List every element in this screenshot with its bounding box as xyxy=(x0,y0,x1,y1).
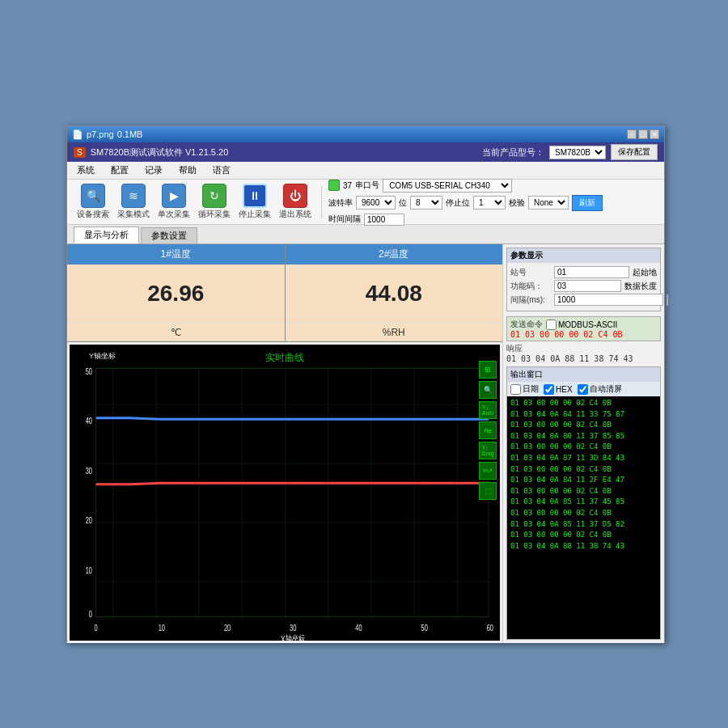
modbus-ascii-text: MODBUS-ASCII xyxy=(558,320,617,329)
bit-label: 位 xyxy=(399,197,407,209)
menu-system[interactable]: 系统 xyxy=(74,163,98,178)
output-section: 输出窗口 日期 HEX 自动清屏 xyxy=(506,366,661,640)
output-line: 01 03 00 00 00 02 C4 0B xyxy=(510,508,657,518)
product-select[interactable]: SM7820B xyxy=(549,146,606,159)
tool-group-main: 🔍 设备搜索 ≋ 采集模式 ▶ 单次采集 ↻ 循环采集 ⏸ 停止采集 xyxy=(74,182,315,222)
app-title-bar: S SM7820B测试调试软件 V1.21.5.20 当前产品型号： SM782… xyxy=(67,142,664,162)
serial-row1: 37 串口号 COM5 USB-SERIAL CH340 xyxy=(328,179,603,193)
app-product-info: 当前产品型号： SM7820B 保存配置 xyxy=(482,144,658,160)
date-checkbox-label: 日期 xyxy=(510,383,539,395)
send-cmd-header: 发送命令 MODBUS-ASCII xyxy=(510,319,657,330)
exit-label: 退出系统 xyxy=(279,209,311,220)
auto-clear-label: 自动清屏 xyxy=(590,383,622,395)
output-line: 01 03 00 00 00 02 C4 0B xyxy=(510,398,657,408)
data-header-2: 2#温度 xyxy=(286,244,503,265)
exit-tool-button[interactable]: ⏻ 退出系统 xyxy=(276,182,315,222)
chart-grid-button[interactable]: ⊞ xyxy=(479,361,497,379)
tabs-bar: 显示与分析 参数设置 xyxy=(67,225,664,244)
response-section: 响应 01 03 04 0A 88 11 38 74 43 xyxy=(506,343,661,363)
svg-text:50: 50 xyxy=(421,623,429,633)
output-line: 01 03 00 00 00 02 C4 0B xyxy=(510,442,657,452)
title-bar-left: 📄 p7.png 0.1MB xyxy=(72,129,142,140)
serial-config: 37 串口号 COM5 USB-SERIAL CH340 波特率 9600 位 … xyxy=(328,179,603,226)
output-line: 01 03 00 00 00 02 C4 0B xyxy=(510,420,657,430)
connection-status-dot xyxy=(328,180,340,191)
serial-row2: 波特率 9600 位 8 停止位 1 校验 None xyxy=(328,195,603,211)
svg-text:30: 30 xyxy=(86,465,93,476)
svg-text:10: 10 xyxy=(159,623,166,633)
chart-y-auto-button[interactable]: Y↕Auto xyxy=(479,401,497,419)
minimize-button[interactable]: ─ xyxy=(627,129,637,139)
pause-icon: ⏸ xyxy=(243,184,267,208)
product-label: 当前产品型号： xyxy=(482,146,544,159)
chart-in-button[interactable]: In↗ xyxy=(479,462,497,480)
refresh-button[interactable]: 刷新 xyxy=(572,195,603,211)
mode-icon: ≋ xyxy=(121,184,146,208)
time-input[interactable] xyxy=(364,214,404,226)
chart-reset-button[interactable]: Re xyxy=(479,421,497,439)
data-value-2: 44.08 xyxy=(286,265,503,323)
svg-text:0: 0 xyxy=(89,608,93,619)
chart-extra-button[interactable]: ⬚ xyxy=(479,482,497,500)
menu-bar: 系统 配置 记录 帮助 语言 xyxy=(67,162,664,180)
loop-icon: ↻ xyxy=(202,184,226,208)
hex-checkbox[interactable] xyxy=(544,384,554,395)
menu-record[interactable]: 记录 xyxy=(142,163,166,178)
param-section: 参数显示 站号 起始地 功能码： 数据长度 间隔(ms): xyxy=(506,248,661,311)
loop-tool-button[interactable]: ↻ 循环采集 xyxy=(195,182,234,222)
data-value-1: 26.96 xyxy=(67,265,285,323)
auto-clear-checkbox[interactable] xyxy=(578,384,588,395)
svg-text:X轴坐标: X轴坐标 xyxy=(281,633,306,641)
stop-bit-select[interactable]: 1 xyxy=(473,196,506,210)
start-addr-label: 起始地 xyxy=(633,267,657,278)
output-line: 01 03 00 00 00 02 C4 0B xyxy=(510,530,657,540)
data-col-2: 2#温度 44.08 %RH xyxy=(286,244,503,341)
auto-clear-checkbox-label: 自动清屏 xyxy=(578,383,622,395)
svg-text:30: 30 xyxy=(290,623,297,633)
interval-input[interactable] xyxy=(554,294,663,306)
send-cmd-section: 发送命令 MODBUS-ASCII 01 03 00 00 00 02 C4 0… xyxy=(506,316,661,341)
port-select[interactable]: COM5 USB-SERIAL CH340 xyxy=(383,179,512,193)
tab-params[interactable]: 参数设置 xyxy=(141,227,197,243)
main-content: 1#温度 26.96 ℃ 2#温度 44.08 %RH 实时曲线 Y轴坐标 xyxy=(67,244,664,643)
mode-tool-button[interactable]: ≋ 采集模式 xyxy=(114,182,153,222)
hex-checkbox-label: HEX xyxy=(544,384,573,395)
station-label: 站号 xyxy=(510,267,551,278)
search-tool-button[interactable]: 🔍 设备搜索 xyxy=(74,182,112,222)
single-icon: ▶ xyxy=(162,184,186,208)
parity-select[interactable]: None xyxy=(528,196,569,210)
chart-zoom-button[interactable]: 🔍 xyxy=(479,381,497,399)
parity-label: 校验 xyxy=(509,197,525,209)
data-unit-2: %RH xyxy=(286,323,503,341)
baud-select[interactable]: 9600 xyxy=(356,196,396,210)
func-label: 功能码： xyxy=(510,281,551,292)
chart-y-drag-button[interactable]: Y↕Drag xyxy=(479,442,497,459)
output-content: 01 03 00 00 00 02 C4 0B01 03 04 0A 84 11… xyxy=(507,396,660,639)
single-tool-button[interactable]: ▶ 单次采集 xyxy=(154,182,193,222)
tab-display[interactable]: 显示与分析 xyxy=(74,226,139,243)
svg-text:20: 20 xyxy=(224,623,231,633)
toolbar-divider xyxy=(321,186,322,218)
func-input[interactable] xyxy=(554,280,621,292)
output-line: 01 03 04 0A 88 11 38 74 43 xyxy=(510,541,657,552)
color-picker-button[interactable] xyxy=(667,294,668,306)
date-checkbox[interactable] xyxy=(510,384,521,395)
menu-help[interactable]: 帮助 xyxy=(176,163,200,178)
search-icon: 🔍 xyxy=(81,184,105,208)
stop-collect-tool-button[interactable]: ⏸ 停止采集 xyxy=(235,182,274,222)
menu-config[interactable]: 配置 xyxy=(108,163,132,178)
output-line: 01 03 00 00 00 02 C4 0B xyxy=(510,486,657,497)
bit-select[interactable]: 8 xyxy=(410,196,442,210)
maximize-button[interactable]: □ xyxy=(638,129,648,139)
station-input[interactable] xyxy=(554,266,629,278)
hex-label: HEX xyxy=(556,385,573,394)
close-button[interactable]: ✕ xyxy=(650,129,659,139)
svg-rect-0 xyxy=(96,368,489,616)
output-controls: 日期 HEX 自动清屏 xyxy=(507,382,660,396)
modbus-ascii-checkbox[interactable] xyxy=(546,320,557,330)
save-config-button[interactable]: 保存配置 xyxy=(611,144,658,160)
svg-text:40: 40 xyxy=(86,415,93,425)
menu-language[interactable]: 语言 xyxy=(210,163,234,178)
output-line: 01 03 04 0A 85 11 37 45 85 xyxy=(510,497,657,507)
app-title-left: S SM7820B测试调试软件 V1.21.5.20 xyxy=(74,146,228,159)
